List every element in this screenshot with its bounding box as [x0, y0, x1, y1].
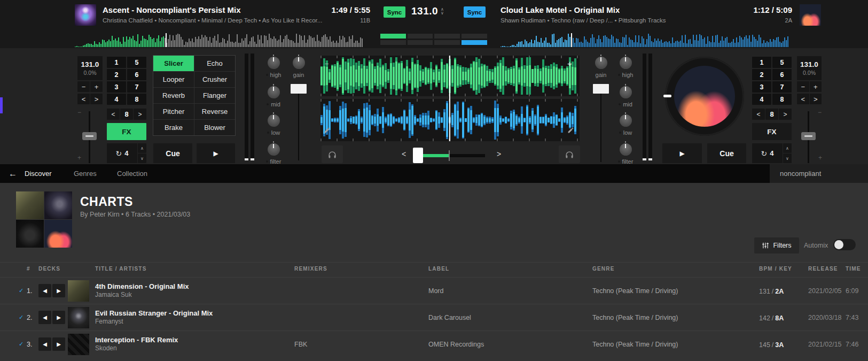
deck-b-hotcue-8[interactable]: 8: [772, 94, 792, 105]
deck-a-hotcue-3[interactable]: 3: [107, 81, 126, 93]
deck-b-sync-button[interactable]: Sync: [464, 6, 486, 18]
deck-b-bpm-minus-button[interactable]: −: [797, 81, 809, 92]
bpm-steppers[interactable]: ∧ ∨: [441, 7, 444, 15]
deck-b-loop-down-button[interactable]: ∨: [783, 153, 792, 163]
nav-tab-genres[interactable]: Genres: [74, 164, 97, 183]
deck-a-hotcue-7[interactable]: 7: [127, 81, 146, 93]
deck-a-hotcue-5[interactable]: 5: [127, 57, 146, 68]
deck-b-mid-knob[interactable]: mid: [614, 86, 637, 107]
deck-b-hotcue-5[interactable]: 5: [772, 57, 792, 68]
deck-b-hotcue-2[interactable]: 2: [752, 69, 771, 80]
fx-looper-button[interactable]: Looper: [153, 72, 194, 87]
deck-a-overview-waveform[interactable]: [75, 33, 367, 47]
deck-a-hotcue-8[interactable]: 8: [127, 94, 146, 105]
filters-button[interactable]: Filters: [754, 237, 799, 254]
deck-a-volume-fader-handle[interactable]: [291, 84, 307, 94]
deck-a-high-knob[interactable]: high: [262, 57, 285, 78]
crossfader-right-icon[interactable]: >: [497, 150, 501, 158]
deck-b-hotcue-1[interactable]: 1: [752, 57, 771, 68]
deck-a-edit-grid-icon[interactable]: [324, 127, 331, 134]
automix-toggle-knob[interactable]: [834, 240, 843, 249]
deck-b-gain-knob[interactable]: gain: [589, 57, 613, 78]
load-deck-b-button[interactable]: ▶: [52, 337, 65, 351]
account-menu[interactable]: noncompliant: [770, 164, 868, 183]
deck-b-loop-up-button[interactable]: ∧: [783, 143, 792, 153]
deck-a-headphone-cue-button[interactable]: [322, 145, 343, 163]
table-row[interactable]: ✓ 1. ◀ ▶ 4th Dimension - Original Mix Ja…: [0, 277, 868, 304]
deck-b-loop-double-button[interactable]: >: [779, 109, 792, 120]
load-deck-a-button[interactable]: ◀: [38, 337, 51, 351]
deck-b-jog-wheel[interactable]: [665, 57, 744, 136]
deck-b-hotcue-3[interactable]: 3: [752, 81, 771, 93]
deck-a-loop-halve-button[interactable]: <: [107, 109, 120, 120]
deck-a-hotcue-1[interactable]: 1: [107, 57, 126, 68]
deck-b-autoloop-button[interactable]: ↻ 4: [752, 143, 783, 163]
col-num[interactable]: #: [27, 266, 38, 272]
deck-a-low-knob[interactable]: low: [262, 114, 285, 136]
fx-echo-button[interactable]: Echo: [194, 56, 235, 71]
deck-a-volume-fader-track[interactable]: [298, 88, 299, 160]
deck-b-hotcue-4[interactable]: 4: [752, 94, 771, 105]
col-bpm-key[interactable]: BPM / KEY: [759, 266, 808, 272]
col-decks[interactable]: DECKS: [38, 266, 68, 272]
fx-blower-button[interactable]: Blower: [194, 120, 235, 135]
nav-tab-collection[interactable]: Collection: [117, 164, 147, 183]
deck-b-hotcue-7[interactable]: 7: [772, 81, 792, 93]
fx-crusher-button[interactable]: Crusher: [194, 72, 235, 87]
col-time[interactable]: TIME: [846, 266, 868, 272]
deck-b-overview-waveform[interactable]: [501, 33, 793, 47]
deck-a-autoloop-button[interactable]: ↻ 4: [107, 143, 137, 163]
deck-b-edit-grid-icon[interactable]: [567, 127, 574, 134]
deck-a-filter-knob[interactable]: filter: [262, 143, 285, 165]
deck-b-bpm-plus-button[interactable]: +: [810, 81, 822, 92]
deck-a-nudge-fwd-button[interactable]: >: [90, 94, 103, 104]
deck-b-nudge-back-button[interactable]: <: [797, 94, 809, 104]
deck-b-pitch-fader-handle[interactable]: [801, 132, 816, 140]
load-deck-b-button[interactable]: ▶: [52, 311, 65, 324]
fx-brake-button[interactable]: Brake: [153, 120, 194, 135]
deck-b-nudge-fwd-button[interactable]: >: [810, 94, 822, 104]
table-row[interactable]: ✓ 2. ◀ ▶ Evil Russian Stranger - Origina…: [0, 304, 868, 331]
col-title-artists[interactable]: TITLE / ARTISTS: [95, 266, 294, 272]
load-deck-a-button[interactable]: ◀: [38, 311, 51, 324]
deck-b-loop-halve-button[interactable]: <: [752, 109, 765, 120]
deck-a-gain-knob[interactable]: gain: [287, 57, 310, 78]
deck-a-sync-button[interactable]: Sync: [384, 6, 405, 18]
load-deck-a-button[interactable]: ◀: [38, 284, 51, 297]
deck-a-play-button[interactable]: ▶: [197, 143, 235, 163]
crossfader-left-icon[interactable]: <: [402, 150, 406, 158]
table-row[interactable]: ✓ 3. ◀ ▶ Interception - FBK Remix Skoden…: [0, 331, 868, 357]
deck-a-loop-double-button[interactable]: >: [134, 109, 146, 120]
automix-toggle[interactable]: [833, 239, 856, 250]
fx-slicer-button[interactable]: Slicer: [153, 56, 194, 71]
deck-b-hotcue-6[interactable]: 6: [772, 69, 792, 80]
crossfader[interactable]: [411, 148, 486, 164]
col-remixers[interactable]: REMIXERS: [294, 266, 428, 272]
back-button[interactable]: ←: [9, 164, 17, 183]
col-label[interactable]: LABEL: [428, 266, 592, 272]
col-genre[interactable]: GENRE: [592, 266, 759, 272]
deck-b-cue-button[interactable]: Cue: [707, 143, 746, 163]
deck-b-volume-fader-handle[interactable]: [593, 84, 609, 94]
fx-flanger-button[interactable]: Flanger: [194, 88, 235, 103]
deck-b-volume-fader-track[interactable]: [600, 88, 601, 162]
deck-a-mid-knob[interactable]: mid: [262, 86, 285, 107]
deck-a-bpm-minus-button[interactable]: −: [77, 81, 90, 92]
deck-b-filter-knob[interactable]: filter: [614, 143, 637, 165]
deck-a-hotcue-6[interactable]: 6: [127, 69, 146, 80]
deck-b-zoom-in-icon[interactable]: +: [567, 59, 572, 68]
deck-b-low-knob[interactable]: low: [614, 114, 637, 136]
deck-a-loop-down-button[interactable]: ∨: [138, 153, 146, 163]
deck-b-play-button[interactable]: ▶: [662, 143, 702, 163]
deck-a-fx-toggle-button[interactable]: FX: [107, 123, 146, 140]
load-deck-b-button[interactable]: ▶: [52, 284, 65, 297]
deck-a-bpm-plus-button[interactable]: +: [90, 81, 103, 92]
fx-reverb-button[interactable]: Reverb: [153, 88, 194, 103]
fx-reverse-button[interactable]: Reverse: [194, 104, 235, 119]
deck-a-hotcue-4[interactable]: 4: [107, 94, 126, 105]
deck-b-high-knob[interactable]: high: [614, 57, 637, 78]
deck-b-headphone-cue-button[interactable]: [559, 145, 580, 163]
deck-a-nudge-back-button[interactable]: <: [77, 94, 90, 104]
bpm-down-icon[interactable]: ∨: [441, 11, 444, 15]
crossfader-handle[interactable]: [413, 148, 423, 163]
